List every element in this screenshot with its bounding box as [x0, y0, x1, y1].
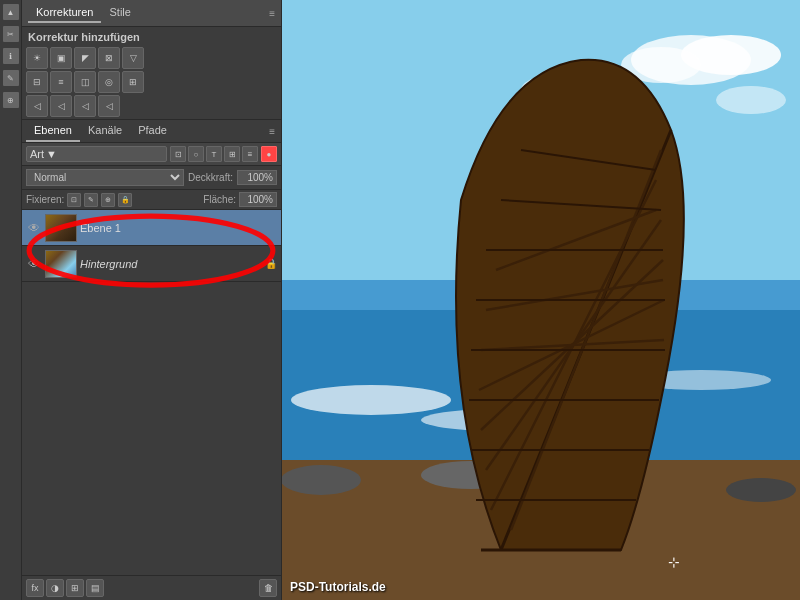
- corr-levels[interactable]: ▣: [50, 47, 72, 69]
- add-style-button[interactable]: fx: [26, 579, 44, 597]
- lock-transparent[interactable]: ⊡: [67, 193, 81, 207]
- add-group-button[interactable]: ⊞: [66, 579, 84, 597]
- ebenen-tabs: Ebenen Kanäle Pfade ≡: [22, 120, 281, 143]
- corr-mixer[interactable]: ⊞: [122, 71, 144, 93]
- filter-icons: ⊡ ○ T ⊞ ≡: [170, 146, 258, 162]
- corr-exposure[interactable]: ⊠: [98, 47, 120, 69]
- corr-brightness[interactable]: ☀: [26, 47, 48, 69]
- left-toolbar: ▲ ✂ ℹ ✎ ⊕: [0, 0, 22, 600]
- svg-point-13: [282, 465, 361, 495]
- tool-move[interactable]: ▲: [3, 4, 19, 20]
- tool-info[interactable]: ℹ: [3, 48, 19, 64]
- layer-name-ebene1: Ebene 1: [80, 222, 277, 234]
- korrekturen-tabs: Korrekturen Stile: [28, 3, 139, 23]
- svg-point-9: [291, 385, 451, 415]
- delete-layer-button[interactable]: 🗑: [259, 579, 277, 597]
- layer-visibility-hintergrund[interactable]: 👁: [26, 256, 42, 272]
- panel: Korrekturen Stile ≡ Korrektur hinzufügen…: [22, 0, 282, 600]
- layer-name-hintergrund: Hintergrund: [80, 258, 262, 270]
- filter-adjustment[interactable]: ○: [188, 146, 204, 162]
- filter-pixel[interactable]: ⊡: [170, 146, 186, 162]
- filter-text[interactable]: T: [206, 146, 222, 162]
- tab-kanaele[interactable]: Kanäle: [80, 120, 130, 142]
- corr-vibrance[interactable]: ▽: [122, 47, 144, 69]
- corr-selective[interactable]: ◁: [98, 95, 120, 117]
- tool-other[interactable]: ⊕: [3, 92, 19, 108]
- add-mask-button[interactable]: ◑: [46, 579, 64, 597]
- add-layer-button[interactable]: ▤: [86, 579, 104, 597]
- corr-photofilter[interactable]: ◎: [98, 71, 120, 93]
- blend-mode-row: Normal Auflösen Multiplizieren Deckkraft…: [22, 166, 281, 190]
- icons-row-3: ◁ ◁ ◁ ◁: [26, 95, 277, 117]
- lock-paint[interactable]: ✎: [84, 193, 98, 207]
- lock-all[interactable]: 🔒: [118, 193, 132, 207]
- filter-label: Art: [30, 148, 44, 160]
- tab-pfade[interactable]: Pfade: [130, 120, 175, 142]
- korrekturen-panel: Korrekturen Stile ≡ Korrektur hinzufügen…: [22, 0, 281, 120]
- svg-point-14: [726, 478, 796, 502]
- filter-active-toggle[interactable]: ●: [261, 146, 277, 162]
- icons-row-2: ⊟ ≡ ◫ ◎ ⊞: [26, 71, 277, 93]
- fill-label: Fläche:: [203, 194, 236, 205]
- layer-visibility-ebene1[interactable]: 👁: [26, 220, 42, 236]
- fixieren-label: Fixieren:: [26, 194, 64, 205]
- layer-thumbnail-ebene1: [45, 214, 77, 242]
- lock-row: Fixieren: ⊡ ✎ ⊕ 🔒 Fläche: 100%: [22, 190, 281, 210]
- tool-paint[interactable]: ✎: [3, 70, 19, 86]
- cursor-move: ⊹: [668, 554, 680, 570]
- layer-thumbnail-hintergrund: [45, 250, 77, 278]
- filter-dropdown-arrow: ▼: [46, 148, 57, 160]
- filter-type-select[interactable]: Art ▼: [26, 146, 167, 162]
- filter-smart[interactable]: ≡: [242, 146, 258, 162]
- corr-bw[interactable]: ◫: [74, 71, 96, 93]
- fill-value[interactable]: 100%: [239, 192, 277, 207]
- watermark-text: PSD-Tutorials.de: [290, 580, 386, 594]
- layer-ebene1[interactable]: 👁 Ebene 1: [22, 210, 281, 246]
- layer-hintergrund[interactable]: 👁 Hintergrund 🔒: [22, 246, 281, 282]
- ebenen-filter-row: Art ▼ ⊡ ○ T ⊞ ≡ ●: [22, 143, 281, 166]
- korrekturen-header: Korrekturen Stile ≡: [22, 0, 281, 27]
- canvas-image: [282, 0, 800, 600]
- opacity-label: Deckkraft:: [188, 172, 233, 183]
- svg-point-6: [716, 86, 786, 114]
- main-area: Korrekturen Stile ≡ Korrektur hinzufügen…: [22, 0, 800, 600]
- corr-gradient[interactable]: ◁: [74, 95, 96, 117]
- icons-row-1: ☀ ▣ ◤ ⊠ ▽: [26, 47, 277, 69]
- corr-hsl[interactable]: ⊟: [26, 71, 48, 93]
- filter-shape[interactable]: ⊞: [224, 146, 240, 162]
- ebenen-panel-menu[interactable]: ≡: [269, 126, 275, 137]
- korrekturen-title: Korrektur hinzufügen: [22, 27, 281, 45]
- tab-stile[interactable]: Stile: [101, 3, 138, 23]
- opacity-value[interactable]: 100%: [237, 170, 277, 185]
- lock-move[interactable]: ⊕: [101, 193, 115, 207]
- layer-lock-icon: 🔒: [265, 258, 277, 269]
- corr-curves[interactable]: ◤: [74, 47, 96, 69]
- tool-select[interactable]: ✂: [3, 26, 19, 42]
- correction-icons: ☀ ▣ ◤ ⊠ ▽ ⊟ ≡ ◫ ◎ ⊞ ◁ ◁ ◁ ◁: [22, 45, 281, 119]
- panel-bottom-bar: fx ◑ ⊞ ▤ 🗑: [22, 575, 281, 600]
- corr-threshold[interactable]: ◁: [50, 95, 72, 117]
- tab-ebenen[interactable]: Ebenen: [26, 120, 80, 142]
- ebenen-panel: Ebenen Kanäle Pfade ≡ Art ▼ ⊡ ○ T ⊞ ≡: [22, 120, 281, 600]
- tab-korrekturen[interactable]: Korrekturen: [28, 3, 101, 23]
- blend-mode-select[interactable]: Normal Auflösen Multiplizieren: [26, 169, 184, 186]
- corr-posterize[interactable]: ◁: [26, 95, 48, 117]
- corr-colorbalance[interactable]: ≡: [50, 71, 72, 93]
- korrekturen-collapse[interactable]: ≡: [269, 8, 275, 19]
- canvas-area: PSD-Tutorials.de ⊹: [282, 0, 800, 600]
- layers-list: 👁 Ebene 1 👁 Hintergrund 🔒: [22, 210, 281, 575]
